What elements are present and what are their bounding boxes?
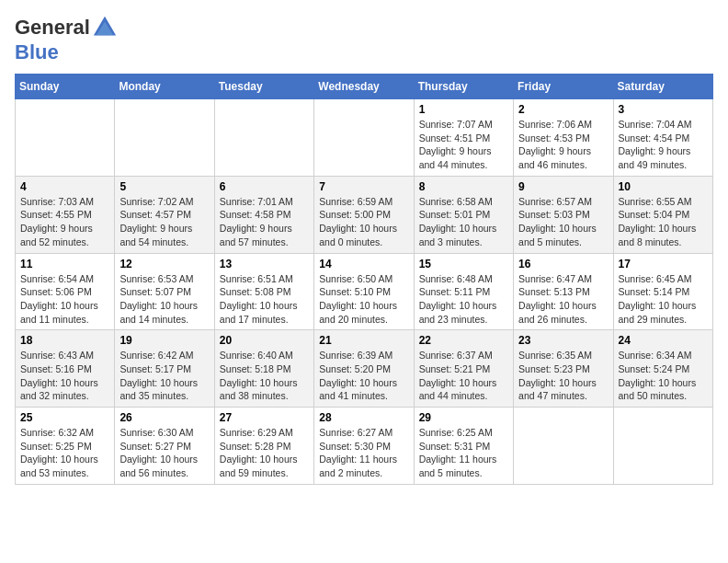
logo-blue-text: Blue	[15, 40, 59, 63]
cell-content: Sunrise: 6:54 AMSunset: 5:06 PMDaylight:…	[20, 272, 109, 327]
day-number: 9	[518, 180, 608, 193]
day-number: 6	[220, 180, 309, 193]
week-row-0: 1Sunrise: 7:07 AMSunset: 4:51 PMDaylight…	[16, 99, 713, 177]
day-number: 15	[419, 258, 508, 270]
day-number: 2	[518, 103, 608, 116]
header-day-thursday: Thursday	[414, 75, 513, 99]
cell-content: Sunrise: 6:47 AMSunset: 5:13 PMDaylight:…	[518, 272, 608, 327]
day-number: 10	[619, 180, 708, 193]
day-number: 8	[419, 180, 508, 193]
header-day-monday: Monday	[115, 75, 214, 99]
calendar-cell: 14Sunrise: 6:50 AMSunset: 5:10 PMDayligh…	[314, 253, 414, 330]
calendar-cell: 25Sunrise: 6:32 AMSunset: 5:25 PMDayligh…	[16, 408, 115, 485]
calendar-cell	[514, 408, 613, 485]
calendar-cell: 6Sunrise: 7:01 AMSunset: 4:58 PMDaylight…	[214, 176, 313, 253]
header-day-wednesday: Wednesday	[314, 75, 414, 99]
week-row-4: 25Sunrise: 6:32 AMSunset: 5:25 PMDayligh…	[16, 408, 713, 485]
cell-content: Sunrise: 6:40 AMSunset: 5:18 PMDaylight:…	[220, 349, 309, 403]
calendar-cell: 18Sunrise: 6:43 AMSunset: 5:16 PMDayligh…	[16, 330, 115, 408]
logo-icon	[92, 15, 118, 40]
cell-content: Sunrise: 6:39 AMSunset: 5:20 PMDaylight:…	[319, 349, 408, 403]
day-number: 24	[619, 334, 708, 347]
cell-content: Sunrise: 6:35 AMSunset: 5:23 PMDaylight:…	[518, 349, 608, 403]
day-number: 19	[119, 334, 209, 347]
calendar-cell: 29Sunrise: 6:25 AMSunset: 5:31 PMDayligh…	[414, 408, 513, 485]
calendar-cell: 15Sunrise: 6:48 AMSunset: 5:11 PMDayligh…	[414, 253, 513, 330]
week-row-1: 4Sunrise: 7:03 AMSunset: 4:55 PMDaylight…	[16, 176, 713, 253]
cell-content: Sunrise: 6:37 AMSunset: 5:21 PMDaylight:…	[419, 349, 508, 403]
cell-content: Sunrise: 6:30 AMSunset: 5:27 PMDaylight:…	[119, 426, 209, 480]
calendar-cell	[16, 99, 115, 177]
calendar-cell: 26Sunrise: 6:30 AMSunset: 5:27 PMDayligh…	[115, 408, 214, 485]
day-number: 26	[119, 411, 209, 424]
calendar-cell: 16Sunrise: 6:47 AMSunset: 5:13 PMDayligh…	[514, 253, 613, 330]
header: General Blue	[15, 15, 713, 64]
day-number: 23	[518, 334, 608, 347]
calendar-cell: 23Sunrise: 6:35 AMSunset: 5:23 PMDayligh…	[514, 330, 613, 408]
cell-content: Sunrise: 6:45 AMSunset: 5:14 PMDaylight:…	[619, 272, 708, 327]
calendar-cell: 24Sunrise: 6:34 AMSunset: 5:24 PMDayligh…	[613, 330, 712, 408]
day-number: 27	[220, 411, 309, 424]
header-day-tuesday: Tuesday	[214, 75, 313, 99]
calendar-cell: 19Sunrise: 6:42 AMSunset: 5:17 PMDayligh…	[115, 330, 214, 408]
calendar-cell: 4Sunrise: 7:03 AMSunset: 4:55 PMDaylight…	[16, 176, 115, 253]
cell-content: Sunrise: 6:51 AMSunset: 5:08 PMDaylight:…	[220, 272, 309, 327]
day-number: 5	[119, 180, 209, 193]
day-number: 20	[220, 334, 309, 347]
day-number: 28	[319, 411, 408, 424]
day-number: 14	[319, 258, 408, 270]
calendar-cell	[613, 408, 712, 485]
calendar-cell: 8Sunrise: 6:58 AMSunset: 5:01 PMDaylight…	[414, 176, 513, 253]
day-number: 29	[419, 411, 508, 424]
cell-content: Sunrise: 6:53 AMSunset: 5:07 PMDaylight:…	[119, 272, 209, 327]
cell-content: Sunrise: 7:02 AMSunset: 4:57 PMDaylight:…	[119, 195, 209, 249]
cell-content: Sunrise: 6:58 AMSunset: 5:01 PMDaylight:…	[419, 195, 508, 249]
calendar-cell: 10Sunrise: 6:55 AMSunset: 5:04 PMDayligh…	[613, 176, 712, 253]
header-day-sunday: Sunday	[16, 75, 115, 99]
day-number: 11	[20, 258, 109, 270]
day-number: 18	[20, 334, 109, 347]
day-number: 16	[518, 258, 608, 270]
day-number: 13	[220, 258, 309, 270]
calendar-table: SundayMondayTuesdayWednesdayThursdayFrid…	[15, 74, 713, 485]
calendar-cell: 13Sunrise: 6:51 AMSunset: 5:08 PMDayligh…	[214, 253, 313, 330]
calendar-cell: 21Sunrise: 6:39 AMSunset: 5:20 PMDayligh…	[314, 330, 414, 408]
calendar-header-row: SundayMondayTuesdayWednesdayThursdayFrid…	[16, 75, 713, 99]
calendar-cell: 28Sunrise: 6:27 AMSunset: 5:30 PMDayligh…	[314, 408, 414, 485]
day-number: 25	[20, 411, 109, 424]
cell-content: Sunrise: 6:27 AMSunset: 5:30 PMDaylight:…	[319, 426, 408, 480]
cell-content: Sunrise: 6:32 AMSunset: 5:25 PMDaylight:…	[20, 426, 109, 480]
cell-content: Sunrise: 6:55 AMSunset: 5:04 PMDaylight:…	[619, 195, 708, 249]
cell-content: Sunrise: 6:29 AMSunset: 5:28 PMDaylight:…	[220, 426, 309, 480]
cell-content: Sunrise: 7:07 AMSunset: 4:51 PMDaylight:…	[419, 118, 508, 172]
day-number: 3	[619, 103, 708, 116]
calendar-cell: 27Sunrise: 6:29 AMSunset: 5:28 PMDayligh…	[214, 408, 313, 485]
day-number: 4	[20, 180, 109, 193]
cell-content: Sunrise: 7:03 AMSunset: 4:55 PMDaylight:…	[20, 195, 109, 249]
cell-content: Sunrise: 6:43 AMSunset: 5:16 PMDaylight:…	[20, 349, 109, 403]
cell-content: Sunrise: 6:34 AMSunset: 5:24 PMDaylight:…	[619, 349, 708, 403]
calendar-cell: 20Sunrise: 6:40 AMSunset: 5:18 PMDayligh…	[214, 330, 313, 408]
day-number: 12	[119, 258, 209, 270]
cell-content: Sunrise: 6:59 AMSunset: 5:00 PMDaylight:…	[319, 195, 408, 249]
calendar-cell: 17Sunrise: 6:45 AMSunset: 5:14 PMDayligh…	[613, 253, 712, 330]
day-number: 21	[319, 334, 408, 347]
calendar-cell: 22Sunrise: 6:37 AMSunset: 5:21 PMDayligh…	[414, 330, 513, 408]
cell-content: Sunrise: 6:57 AMSunset: 5:03 PMDaylight:…	[518, 195, 608, 249]
calendar-cell: 12Sunrise: 6:53 AMSunset: 5:07 PMDayligh…	[115, 253, 214, 330]
calendar-cell: 7Sunrise: 6:59 AMSunset: 5:00 PMDaylight…	[314, 176, 414, 253]
calendar-cell: 1Sunrise: 7:07 AMSunset: 4:51 PMDaylight…	[414, 99, 513, 177]
day-number: 22	[419, 334, 508, 347]
cell-content: Sunrise: 6:42 AMSunset: 5:17 PMDaylight:…	[119, 349, 209, 403]
logo: General Blue	[15, 15, 118, 64]
cell-content: Sunrise: 6:25 AMSunset: 5:31 PMDaylight:…	[419, 426, 508, 480]
cell-content: Sunrise: 7:06 AMSunset: 4:53 PMDaylight:…	[518, 118, 608, 172]
week-row-2: 11Sunrise: 6:54 AMSunset: 5:06 PMDayligh…	[16, 253, 713, 330]
cell-content: Sunrise: 7:01 AMSunset: 4:58 PMDaylight:…	[220, 195, 309, 249]
calendar-cell	[214, 99, 313, 177]
day-number: 1	[419, 103, 508, 116]
calendar-cell: 5Sunrise: 7:02 AMSunset: 4:57 PMDaylight…	[115, 176, 214, 253]
calendar-cell: 9Sunrise: 6:57 AMSunset: 5:03 PMDaylight…	[514, 176, 613, 253]
cell-content: Sunrise: 6:48 AMSunset: 5:11 PMDaylight:…	[419, 272, 508, 327]
calendar-cell	[314, 99, 414, 177]
